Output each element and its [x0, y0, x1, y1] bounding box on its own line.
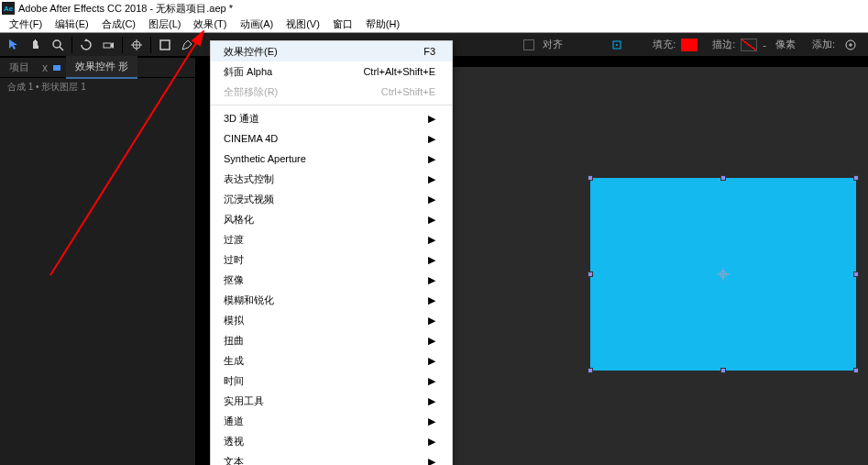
resize-handle-bottom-middle[interactable]: [720, 368, 726, 373]
effect-controls-tab[interactable]: 效果控件 形: [66, 56, 137, 79]
pen-tool[interactable]: [177, 35, 197, 55]
resize-handle-top-left[interactable]: [588, 175, 593, 181]
channel-submenu[interactable]: 通道▶: [211, 411, 452, 431]
fill-swatch[interactable]: [681, 39, 698, 51]
svg-point-0: [53, 40, 60, 48]
menu-view[interactable]: 视图(V): [286, 17, 320, 31]
menu-animation[interactable]: 动画(A): [240, 17, 274, 31]
generate-submenu[interactable]: 生成▶: [211, 350, 452, 371]
project-tab[interactable]: 项目: [0, 57, 38, 78]
tab-close-icon[interactable]: x: [42, 61, 48, 74]
stroke-swatch[interactable]: [741, 39, 757, 51]
svg-point-8: [616, 44, 618, 46]
stroke-label: 描边:: [709, 38, 739, 51]
panel-info-line: 合成 1 • 形状图层 1: [0, 78, 195, 96]
svg-rect-6: [160, 40, 170, 50]
menu-edit[interactable]: 编辑(E): [55, 17, 89, 31]
menu-window[interactable]: 窗口: [333, 17, 353, 31]
shape-tool[interactable]: [155, 35, 175, 55]
anchor-tool[interactable]: [126, 35, 147, 55]
svg-rect-2: [104, 43, 111, 48]
svg-line-1: [60, 47, 63, 50]
menu-layer[interactable]: 图层(L): [148, 17, 181, 31]
camera-tool[interactable]: [98, 35, 118, 55]
distort-submenu[interactable]: 扭曲▶: [211, 330, 452, 350]
svg-rect-10: [53, 65, 60, 71]
add-label: 添加:: [808, 38, 839, 51]
menu-help[interactable]: 帮助(H): [366, 17, 400, 31]
resize-handle-middle-right[interactable]: [853, 271, 859, 277]
align-label: 对齐: [539, 38, 566, 51]
ramp-alpha-item[interactable]: 斜面 AlphaCtrl+Alt+Shift+E: [211, 61, 452, 82]
synthetic-aperture-submenu[interactable]: Synthetic Aperture▶: [211, 149, 452, 169]
menu-file[interactable]: 文件(F): [9, 17, 42, 31]
immersive-video-submenu[interactable]: 沉浸式视频▶: [211, 189, 452, 209]
resize-handle-middle-left[interactable]: [588, 271, 593, 277]
effect-controls-item[interactable]: 效果控件(E)F3: [211, 41, 452, 61]
rotate-tool[interactable]: [76, 35, 96, 55]
expression-controls-submenu[interactable]: 表达式控制▶: [211, 169, 452, 189]
cinema4d-submenu[interactable]: CINEMA 4D▶: [211, 128, 452, 149]
keying-submenu[interactable]: 抠像▶: [211, 270, 452, 290]
window-title: Adobe After Effects CC 2018 - 无标题项目.aep …: [18, 2, 233, 16]
hand-tool[interactable]: [26, 35, 46, 55]
selection-tool[interactable]: [4, 35, 24, 55]
blur-sharpen-submenu[interactable]: 模糊和锐化▶: [211, 290, 452, 310]
3d-channel-submenu[interactable]: 3D 通道▶: [211, 108, 452, 128]
resize-handle-top-middle[interactable]: [720, 175, 726, 181]
resize-handle-top-right[interactable]: [853, 175, 859, 181]
remove-all-item: 全部移除(R)Ctrl+Shift+E: [211, 82, 452, 102]
stroke-px: 像素: [772, 38, 799, 51]
zoom-tool[interactable]: [48, 35, 68, 55]
snap-icon[interactable]: [607, 35, 627, 55]
resize-handle-bottom-left[interactable]: [588, 368, 593, 373]
stroke-dash: -: [759, 39, 770, 50]
utility-submenu[interactable]: 实用工具▶: [211, 391, 452, 411]
text-submenu[interactable]: 文本▶: [211, 451, 452, 465]
fill-label: 填充:: [649, 38, 679, 51]
app-icon: Ae: [2, 2, 15, 15]
add-shape-button[interactable]: [841, 35, 861, 55]
simulation-submenu[interactable]: 模拟▶: [211, 310, 452, 330]
transition-submenu[interactable]: 过渡▶: [211, 229, 452, 249]
align-checkbox[interactable]: [523, 39, 534, 50]
stylize-submenu[interactable]: 风格化▶: [211, 209, 452, 229]
menu-composition[interactable]: 合成(C): [102, 17, 136, 31]
effect-menu-dropdown: 效果控件(E)F3 斜面 AlphaCtrl+Alt+Shift+E 全部移除(…: [210, 40, 453, 465]
obsolete-submenu[interactable]: 过时▶: [211, 249, 452, 270]
menu-effect[interactable]: 效果(T): [193, 17, 226, 31]
time-submenu[interactable]: 时间▶: [211, 371, 452, 391]
resize-handle-bottom-right[interactable]: [853, 368, 859, 373]
perspective-submenu[interactable]: 透视▶: [211, 431, 452, 451]
selected-shape[interactable]: [590, 178, 856, 371]
